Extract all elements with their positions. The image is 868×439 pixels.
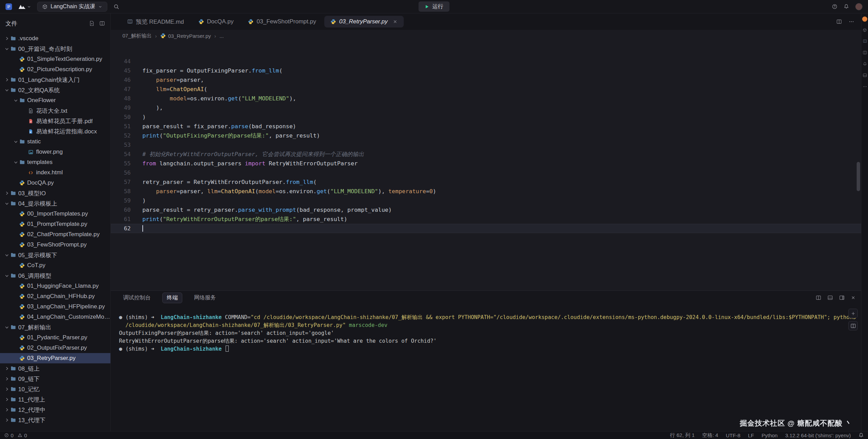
new-file-icon[interactable] (89, 21, 95, 26)
app-logo-icon[interactable] (6, 3, 12, 10)
tree-item-02_文档QA系统[interactable]: 02_文档QA系统 (0, 85, 110, 95)
tree-item-03_模型IO[interactable]: 03_模型IO (0, 188, 110, 198)
panel-tab-网络服务[interactable]: 网络服务 (190, 293, 220, 303)
user-avatar[interactable] (855, 3, 862, 10)
code-line-51[interactable]: 51parse_result = fix_parser.parse(bad_re… (111, 122, 861, 131)
tree-item-13_代理下[interactable]: 13_代理下 (0, 415, 110, 425)
status-warnings[interactable]: 0 (18, 432, 27, 438)
editor-scrollbar[interactable] (857, 162, 860, 191)
code-line-45[interactable]: 45fix_parser = OutputFixingParser.from_l… (111, 66, 861, 75)
tree-item-OneFlower[interactable]: OneFlower (0, 95, 110, 106)
tree-item-02_OutputFixParser.py[interactable]: 02_OutputFixParser.py (0, 343, 110, 353)
tree-item-templates[interactable]: templates (0, 157, 110, 167)
tree-item-DocQA.py[interactable]: DocQA.py (0, 178, 110, 188)
code-line-59[interactable]: 59) (111, 196, 861, 205)
status-language-mode[interactable]: Python (761, 432, 778, 438)
tree-item-04_提示模板上[interactable]: 04_提示模板上 (0, 198, 110, 209)
code-line-52[interactable]: 52print("OutputFixingParser的parse结果:", p… (111, 131, 861, 140)
tree-item-01_LangChain快速入门[interactable]: 01_LangChain快速入门 (0, 75, 110, 85)
terminal[interactable]: ● (shims) ➜ LangChain-shizhanke COMMAND=… (111, 305, 861, 431)
code-line-57[interactable]: 57retry_parser = RetryWithErrorOutputPar… (111, 177, 861, 187)
breadcrumb-item[interactable]: 03_RetryParser.py (160, 33, 211, 39)
code-line-58[interactable]: 58 parser=parser, llm=ChatOpenAI(model=o… (111, 187, 861, 196)
project-switcher[interactable]: LangChain 实战课 (37, 2, 107, 12)
right-strip-icon-2[interactable] (862, 39, 867, 44)
code-line-44[interactable]: 44 (111, 57, 861, 66)
code-line-56[interactable]: 56 (111, 168, 861, 177)
code-line-61[interactable]: 61print("RetryWithErrorOutputParser的pars… (111, 215, 861, 224)
code-line-55[interactable]: 55from langchain.output_parsers import R… (111, 159, 861, 168)
code-line-48[interactable]: 48 model=os.environ.get("LLM_MODELEND"), (111, 94, 861, 103)
status-encoding[interactable]: UTF-8 (726, 432, 740, 438)
tree-item-易迪鲜花运营指南.docx[interactable]: 易迪鲜花运营指南.docx (0, 126, 110, 136)
tree-item-00_ImportTemplates.py[interactable]: 00_ImportTemplates.py (0, 209, 110, 219)
code-line-50[interactable]: 50) (111, 112, 861, 122)
tab-03_RetryParser.py[interactable]: 03_RetryParser.py (324, 16, 404, 28)
tree-item-10_记忆[interactable]: 10_记忆 (0, 384, 110, 394)
tree-item-02_LangChain_HFHub.py[interactable]: 02_LangChain_HFHub.py (0, 291, 110, 301)
split-terminal-icon[interactable] (816, 295, 821, 300)
status-python-interpreter[interactable]: 3.12.2 64-bit ('shims': pyenv) (785, 432, 851, 438)
right-strip-icon-3[interactable] (862, 51, 867, 55)
right-strip-icon-1[interactable] (863, 28, 867, 32)
status-eol[interactable]: LF (748, 432, 754, 438)
tree-item-06_调用模型[interactable]: 06_调用模型 (0, 271, 110, 281)
right-strip-avatar[interactable] (862, 17, 867, 22)
more-actions-icon[interactable] (849, 19, 854, 24)
close-panel-icon[interactable] (851, 295, 856, 300)
new-terminal-button[interactable] (848, 309, 858, 318)
code-line-49[interactable]: 49 ), (111, 103, 861, 112)
run-button[interactable]: 运行 (419, 1, 449, 12)
editor[interactable]: 4445fix_parser = OutputFixingParser.from… (111, 42, 861, 290)
status-indentation[interactable]: 空格: 4 (702, 432, 718, 439)
move-panel-right-icon[interactable] (839, 295, 845, 300)
tree-item-07_解析输出[interactable]: 07_解析输出 (0, 322, 110, 332)
status-cursor-position[interactable]: 行 62, 列 1 (670, 432, 695, 439)
code-line-60[interactable]: 60parse_result = retry_parser.parse_with… (111, 205, 861, 215)
close-tab-icon[interactable] (393, 19, 398, 24)
tree-item-易迪鲜花员工手册.pdf[interactable]: 易迪鲜花员工手册.pdf (0, 116, 110, 126)
tree-item-03_FewShotPrompt.py[interactable]: 03_FewShotPrompt.py (0, 240, 110, 250)
code-line-46[interactable]: 46 parser=parser, (111, 75, 861, 85)
split-terminal-button[interactable] (848, 321, 858, 330)
open-editors-icon[interactable] (99, 21, 105, 26)
tree-item-flower.png[interactable]: flower.png (0, 147, 110, 157)
breadcrumb-item[interactable]: ... (219, 33, 224, 39)
notifications-icon[interactable] (858, 432, 864, 438)
right-strip-icon-5[interactable] (862, 73, 867, 78)
tree-item-01_HuggingFace_Llama.py[interactable]: 01_HuggingFace_Llama.py (0, 281, 110, 291)
ide-logo[interactable] (18, 4, 31, 9)
search-icon[interactable] (113, 4, 119, 10)
tab-DocQA.py[interactable]: DocQA.py (192, 16, 240, 28)
tree-item-03_LangChain_HFPipeline.py[interactable]: 03_LangChain_HFPipeline.py (0, 301, 110, 312)
tree-item-03_RetryParser.py[interactable]: 03_RetryParser.py (0, 353, 110, 363)
right-strip-icon-4[interactable] (862, 62, 867, 66)
panel-tab-终端[interactable]: 终端 (162, 293, 182, 303)
tree-item-static[interactable]: static (0, 136, 110, 147)
breadcrumb-item[interactable]: 07_解析输出 (122, 33, 152, 39)
status-errors[interactable]: 0 (4, 432, 13, 438)
tree-item-09_链下[interactable]: 09_链下 (0, 374, 110, 384)
tree-item-00_开篇词_奇点时刻[interactable]: 00_开篇词_奇点时刻 (0, 44, 110, 54)
tree-item-花语大全.txt[interactable]: 花语大全.txt (0, 106, 110, 116)
tree-item-02_ChatPromptTemplate.py[interactable]: 02_ChatPromptTemplate.py (0, 229, 110, 240)
tree-item-05_提示模板下[interactable]: 05_提示模板下 (0, 250, 110, 260)
tab-预览 README.md[interactable]: 预览 README.md (121, 16, 190, 28)
tree-item-CoT.py[interactable]: CoT.py (0, 260, 110, 271)
panel-tab-调试控制台[interactable]: 调试控制台 (119, 293, 155, 303)
tree-item-02_PictureDescription.py[interactable]: 02_PictureDescription.py (0, 64, 110, 75)
tree-item-11_代理上[interactable]: 11_代理上 (0, 394, 110, 405)
tree-item-04_LangChain_CustomizeMod...[interactable]: 04_LangChain_CustomizeMod... (0, 312, 110, 322)
code-line-53[interactable]: 53 (111, 140, 861, 150)
bell-icon[interactable] (844, 4, 849, 9)
tree-item-01_Pydantic_Parser.py[interactable]: 01_Pydantic_Parser.py (0, 332, 110, 343)
tree-item-08_链上[interactable]: 08_链上 (0, 363, 110, 374)
tree-item-01_SimpleTextGeneration.py[interactable]: 01_SimpleTextGeneration.py (0, 54, 110, 64)
panel-layout-icon[interactable] (827, 295, 833, 300)
code-line-47[interactable]: 47 llm=ChatOpenAI( (111, 85, 861, 94)
code-line-54[interactable]: 54# 初始化RetryWithErrorOutputParser, 它会尝试再… (111, 150, 861, 159)
tree-item-index.html[interactable]: index.html (0, 167, 110, 178)
code-line-62[interactable]: 62 (111, 224, 861, 233)
right-strip-icon-6[interactable] (862, 85, 867, 89)
tree-item-12_代理中[interactable]: 12_代理中 (0, 405, 110, 415)
